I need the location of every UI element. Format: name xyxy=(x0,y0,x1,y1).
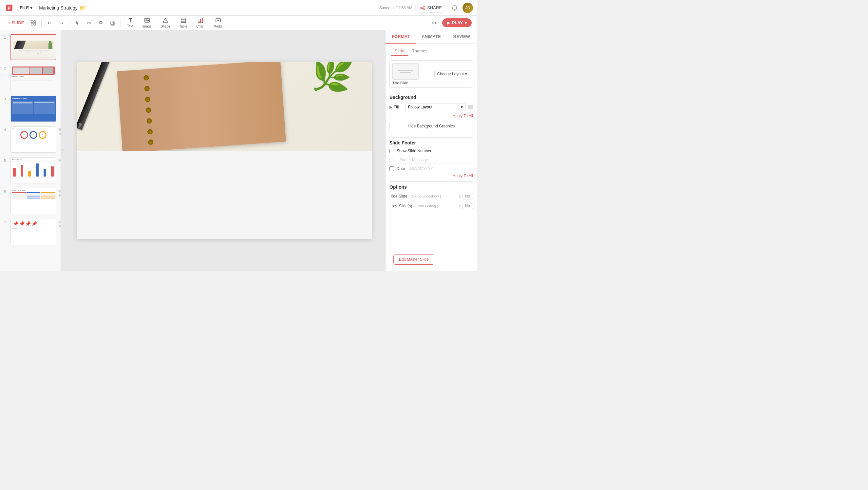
tab-format[interactable]: FORMAT xyxy=(385,30,416,43)
footer-message-row xyxy=(390,156,473,164)
image-tool[interactable]: Image xyxy=(138,16,156,29)
fill-option: Follow Layout xyxy=(408,105,432,110)
play-triangle-icon: ▶ xyxy=(447,20,450,25)
chart-tool[interactable]: Chart xyxy=(192,16,208,29)
share-icon xyxy=(420,5,425,10)
svg-point-4 xyxy=(423,8,425,10)
svg-rect-23 xyxy=(200,19,201,23)
copy-icon[interactable]: ⧉ xyxy=(96,18,106,28)
slide-canvas[interactable]: 🌿 xyxy=(77,62,372,239)
add-slide-label: + SLIDE xyxy=(8,20,24,25)
sub-tab-slide[interactable]: Slide xyxy=(391,47,408,56)
toolbar-divider-3 xyxy=(121,19,121,27)
sub-tab-themes[interactable]: Themes xyxy=(408,47,431,56)
layout-line-2 xyxy=(400,72,410,73)
hide-slide-toggle: ℹ No xyxy=(459,193,473,200)
paste-icon[interactable] xyxy=(107,18,118,28)
options-title: Options xyxy=(390,184,473,190)
ring-2 xyxy=(144,86,150,91)
slide-preview-1[interactable]: State your marketing goals xyxy=(10,34,56,60)
date-label: Date xyxy=(397,166,405,171)
lock-slide-no[interactable]: No xyxy=(462,203,473,209)
app-logo[interactable]: P xyxy=(4,3,14,13)
slide-preview-5[interactable]: Writing Strategy xyxy=(10,157,56,183)
shape-tool[interactable]: Shape xyxy=(157,16,174,29)
hide-slide-no[interactable]: No xyxy=(462,193,473,200)
fill-dropdown[interactable]: Follow Layout ▾ xyxy=(405,103,466,111)
ring-6 xyxy=(147,129,153,134)
change-layout-button[interactable]: Change Layout ▾ xyxy=(434,70,470,78)
cursor-icon[interactable] xyxy=(72,18,83,28)
table-tool[interactable]: Table xyxy=(176,16,191,29)
footer-message-checkbox[interactable] xyxy=(390,157,394,162)
date-row: Date MM/DD/YYYY xyxy=(390,166,473,171)
file-menu[interactable]: FILE ▾ xyxy=(17,4,35,11)
slide-preview-2[interactable]: Marketing Strategy xyxy=(10,65,56,91)
change-layout-chevron: ▾ xyxy=(465,72,467,76)
lock-slide-toggle-icon[interactable]: ℹ xyxy=(459,204,461,208)
undo-icon[interactable]: ↩ xyxy=(44,18,55,28)
slide-thumb-5[interactable]: 5 Writing Strategy xyxy=(3,156,58,185)
slide-preview-7[interactable]: 📌 📌 📌 📌 Icon layout xyxy=(10,219,56,245)
slides-panel: 1 State your marketing goals 2 xyxy=(0,30,61,271)
resize-handle[interactable]: ⋮ xyxy=(61,30,64,271)
apply-to-all-link[interactable]: Apply To All xyxy=(390,114,473,118)
image-tool-label: Image xyxy=(143,25,152,28)
slide-num-4: 4 xyxy=(4,128,8,132)
date-checkbox[interactable] xyxy=(390,166,394,171)
image-icon xyxy=(144,18,150,24)
redo-icon[interactable]: ↪ xyxy=(56,18,66,28)
lock-slide-label: Lock Slide(s) ( From Editing ) xyxy=(390,204,438,208)
ring-5 xyxy=(147,118,152,123)
hide-background-graphics-button[interactable]: Hide Background Graphics xyxy=(390,121,473,131)
slide-thumb-2[interactable]: 2 Marketing Strategy xyxy=(3,64,58,92)
slide-thumb-7[interactable]: 7 📌 📌 📌 📌 Icon layout ⊞ ⊕ xyxy=(3,217,58,246)
table-icon xyxy=(181,18,186,24)
share-button[interactable]: SHARE xyxy=(415,3,447,13)
slide-thumb-6[interactable]: 6 Impact Pricing Table ⊞ ⊕ xyxy=(3,187,58,216)
footer-message-input[interactable] xyxy=(397,156,473,164)
layout-line-1 xyxy=(398,70,413,71)
toolbar: + SLIDE ↩ ↪ ✂ ⧉ T Text xyxy=(0,16,477,30)
save-status: Saved at 11:58 AM xyxy=(379,6,412,10)
slide-preview-4[interactable]: Performance Metrics 85% 72% 91% xyxy=(10,126,56,153)
scissors-icon[interactable]: ✂ xyxy=(84,18,94,28)
toolbar-divider-2 xyxy=(69,19,69,27)
show-slide-number-checkbox[interactable] xyxy=(390,149,394,153)
divider-1 xyxy=(390,92,473,92)
slide-preview-6[interactable]: Impact Pricing Table xyxy=(10,188,56,214)
tab-review[interactable]: REVIEW xyxy=(446,30,477,43)
slide-thumb-1[interactable]: 1 State your marketing goals xyxy=(3,33,58,62)
settings-icon[interactable]: ⚙ xyxy=(429,18,440,28)
text-tool[interactable]: T Text xyxy=(123,17,137,29)
plant-visual: 🌿 xyxy=(309,62,354,95)
play-button[interactable]: ▶ PLAY ▾ xyxy=(442,18,472,27)
user-avatar[interactable]: JD xyxy=(463,3,473,13)
ring-3 xyxy=(145,97,151,102)
play-chevron-icon: ▾ xyxy=(465,20,467,25)
ring-7 xyxy=(148,140,154,145)
media-tool[interactable]: Media xyxy=(210,16,226,29)
svg-point-3 xyxy=(421,7,422,8)
show-slide-number-label: Show Slide Number xyxy=(397,149,431,153)
show-slide-number-row: Show Slide Number xyxy=(390,149,473,153)
add-slide-button[interactable]: + SLIDE xyxy=(5,19,27,27)
text-icon: T xyxy=(129,18,132,24)
canvas-image-top: 🌿 xyxy=(77,62,372,151)
edit-master-slide-button[interactable]: Edit Master Slide xyxy=(393,254,434,265)
notebook-body xyxy=(117,62,286,151)
svg-line-6 xyxy=(422,8,423,9)
footer-apply-all[interactable]: Apply To All xyxy=(390,174,473,178)
slide-num-7: 7 xyxy=(4,220,8,224)
notifications-icon[interactable] xyxy=(450,3,460,13)
slide-preview-3[interactable]: Marketing Strategy xyxy=(10,96,56,122)
divider-2 xyxy=(390,137,473,137)
hide-slide-toggle-icon[interactable]: ℹ xyxy=(459,194,461,198)
date-value: MM/DD/YYYY xyxy=(410,167,473,171)
tab-animate[interactable]: ANIMATE xyxy=(416,30,446,43)
slide-thumb-3[interactable]: 3 Marketing Strategy xyxy=(3,94,58,123)
grid-view-icon[interactable] xyxy=(28,18,39,28)
fill-color-swatch[interactable] xyxy=(468,105,473,110)
fill-dropdown-chevron: ▾ xyxy=(461,105,463,110)
slide-thumb-4[interactable]: 4 Performance Metrics 85% 72% 91% ⊞ ⊕ xyxy=(3,125,58,154)
